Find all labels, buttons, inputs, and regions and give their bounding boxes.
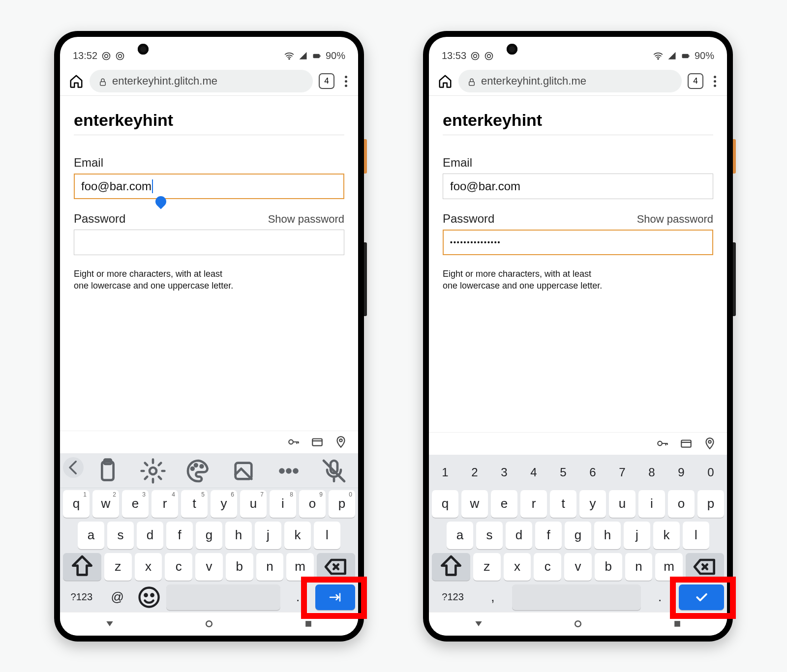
pin-icon[interactable] [334, 436, 347, 448]
shift-key[interactable] [432, 553, 470, 581]
key-v[interactable]: v [195, 553, 223, 581]
key-x[interactable]: x [504, 553, 531, 581]
key-g[interactable]: g [196, 522, 222, 549]
key-k[interactable]: k [284, 522, 311, 549]
nav-home-icon[interactable] [573, 619, 583, 629]
key-w[interactable]: w [461, 490, 488, 518]
key-@[interactable]: @ [103, 584, 132, 610]
key-p[interactable]: p0 [329, 490, 355, 518]
key-s[interactable]: s [107, 522, 134, 549]
key-i[interactable]: i [638, 490, 665, 518]
key-t[interactable]: t [550, 490, 576, 518]
password-input[interactable] [74, 230, 344, 255]
key-l[interactable]: l [683, 522, 709, 549]
emoji-key[interactable] [135, 584, 163, 610]
key-icon[interactable] [656, 437, 669, 450]
space-key[interactable] [512, 584, 641, 610]
key-6[interactable]: 6 [579, 459, 606, 486]
space-key[interactable] [166, 584, 281, 610]
enter-key-next[interactable] [315, 584, 355, 610]
tab-count[interactable]: 4 [319, 73, 334, 89]
key-t[interactable]: t5 [181, 490, 208, 518]
mic-off-icon[interactable] [313, 457, 355, 485]
address-bar[interactable]: enterkeyhint.glitch.me [90, 70, 313, 92]
dots-icon[interactable] [268, 457, 310, 485]
key-e[interactable]: e [491, 490, 517, 518]
enter-key-done[interactable] [679, 584, 724, 610]
nav-home-icon[interactable] [204, 619, 214, 629]
key-h[interactable]: h [225, 522, 252, 549]
key-u[interactable]: u7 [240, 490, 267, 518]
key-a[interactable]: a [447, 522, 473, 549]
nav-back-icon[interactable] [105, 619, 115, 629]
key-d[interactable]: d [506, 522, 532, 549]
key-f[interactable]: f [535, 522, 562, 549]
card-icon[interactable] [311, 436, 324, 448]
key-,[interactable]: , [477, 584, 509, 610]
key-i[interactable]: i8 [270, 490, 296, 518]
key-p[interactable]: p [697, 490, 724, 518]
key-5[interactable]: 5 [550, 459, 576, 486]
key-l[interactable]: l [314, 522, 340, 549]
key-m[interactable]: m [286, 553, 314, 581]
home-icon[interactable] [69, 74, 84, 88]
clipboard-icon[interactable] [87, 457, 129, 485]
key-icon[interactable] [287, 436, 300, 448]
password-input[interactable]: ••••••••••••••• [443, 230, 713, 255]
key-f[interactable]: f [166, 522, 193, 549]
nav-back-icon[interactable] [474, 619, 484, 629]
key-d[interactable]: d [137, 522, 163, 549]
square-icon[interactable] [222, 457, 265, 485]
key-w[interactable]: w2 [92, 490, 119, 518]
key-e[interactable]: e3 [122, 490, 149, 518]
key-0[interactable]: 0 [697, 459, 724, 486]
tab-count[interactable]: 4 [688, 73, 703, 89]
pin-icon[interactable] [703, 437, 716, 450]
key-b[interactable]: b [226, 553, 253, 581]
key-1[interactable]: 1 [432, 459, 458, 486]
backspace-key[interactable] [317, 553, 355, 581]
key-n[interactable]: n [256, 553, 284, 581]
key-period[interactable]: . [644, 584, 676, 610]
show-password-link[interactable]: Show password [637, 213, 713, 226]
backspace-key[interactable] [686, 553, 724, 581]
key-2[interactable]: 2 [461, 459, 488, 486]
key-j[interactable]: j [255, 522, 281, 549]
address-bar[interactable]: enterkeyhint.glitch.me [458, 70, 682, 92]
key-r[interactable]: r4 [151, 490, 178, 518]
key-4[interactable]: 4 [520, 459, 547, 486]
key-v[interactable]: v [564, 553, 592, 581]
key-q[interactable]: q [432, 490, 458, 518]
key-k[interactable]: k [653, 522, 680, 549]
card-icon[interactable] [680, 437, 693, 450]
key-m[interactable]: m [655, 553, 683, 581]
key-z[interactable]: z [473, 553, 501, 581]
key-q[interactable]: q1 [63, 490, 90, 518]
chevron-left-icon[interactable] [63, 457, 84, 478]
key-b[interactable]: b [595, 553, 622, 581]
shift-key[interactable] [63, 553, 101, 581]
key-8[interactable]: 8 [638, 459, 665, 486]
symbols-key[interactable]: ?123 [63, 584, 100, 610]
nav-recent-icon[interactable] [672, 619, 682, 629]
key-s[interactable]: s [476, 522, 503, 549]
key-g[interactable]: g [565, 522, 591, 549]
key-period[interactable]: . [283, 584, 312, 610]
key-y[interactable]: y [579, 490, 606, 518]
symbols-key[interactable]: ?123 [432, 584, 474, 610]
key-h[interactable]: h [594, 522, 621, 549]
key-3[interactable]: 3 [491, 459, 517, 486]
key-j[interactable]: j [624, 522, 650, 549]
key-u[interactable]: u [609, 490, 636, 518]
key-a[interactable]: a [78, 522, 104, 549]
gear-icon[interactable] [132, 457, 174, 485]
email-input[interactable]: foo@bar.com [74, 174, 344, 199]
key-9[interactable]: 9 [668, 459, 695, 486]
palette-icon[interactable] [177, 457, 219, 485]
key-y[interactable]: y6 [211, 490, 237, 518]
key-o[interactable]: o [668, 490, 695, 518]
show-password-link[interactable]: Show password [268, 213, 344, 226]
email-input[interactable]: foo@bar.com [443, 174, 713, 199]
key-n[interactable]: n [625, 553, 653, 581]
menu-icon[interactable] [340, 76, 351, 87]
